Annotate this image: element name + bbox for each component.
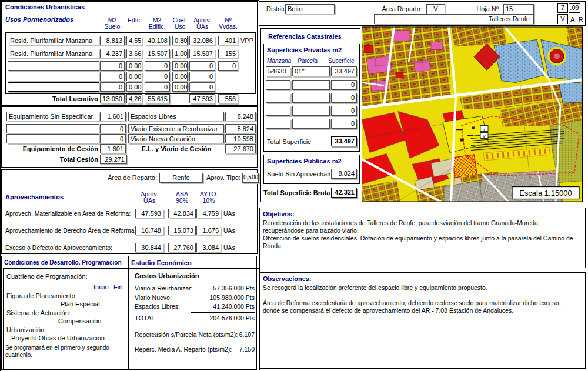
aprov-uas-field[interactable]: 0 (189, 82, 215, 92)
m2-suelo-field[interactable]: 0 (100, 61, 125, 71)
coef-uso-field[interactable]: 0,00 (172, 61, 188, 71)
manzana-field[interactable] (266, 80, 290, 90)
uso-label-field[interactable] (8, 61, 99, 71)
total-superficie-field[interactable]: 33.497 (331, 136, 357, 146)
equipamiento-label-field[interactable] (6, 124, 99, 133)
total-value: 204.576.000 Pts (172, 315, 255, 322)
viario-nuevo-value-field[interactable]: 10.598 (225, 134, 256, 143)
m2-suelo-field[interactable]: 0 (100, 72, 125, 81)
parcela-field[interactable] (292, 93, 330, 103)
equipamiento-cesion-field[interactable]: 1.601 (100, 144, 126, 153)
superficie-field[interactable]: 0 (331, 106, 357, 116)
total-superficie-bruta-field[interactable]: 42.321 (331, 188, 357, 198)
col-header-edfc: Edfc. (123, 17, 146, 24)
parcela-field[interactable] (292, 119, 330, 129)
aprov-uas-field[interactable]: 0 (189, 72, 215, 81)
suelo-sin-aprovecham-field[interactable]: 8.824 (331, 169, 357, 179)
manzana-field[interactable]: 54630 (266, 66, 290, 76)
m2-suelo-field[interactable]: 8.813 (100, 36, 125, 45)
coef-uso-field[interactable]: 0,00 (172, 72, 188, 81)
m2-suelo-field[interactable]: 4.237 (100, 49, 125, 58)
uso-label-field[interactable] (8, 72, 99, 81)
exceso-ayto-field[interactable]: 3.084 (196, 243, 221, 252)
total-label: TOTAL (135, 315, 155, 322)
total-superficie-bruta-label: Total Superficie Bruta (263, 189, 330, 197)
espacios-libres-label-field[interactable]: Espacios Libres (128, 112, 224, 121)
area-reparto-field[interactable]: V (426, 4, 445, 14)
coef-uso-field[interactable]: 0,00 (172, 82, 188, 92)
aprov-uas-field[interactable]: 32.086 (189, 36, 215, 45)
equipamiento-value-field[interactable]: 0 (100, 134, 126, 143)
total-m2-suelo-field[interactable]: 13.050 (100, 94, 125, 103)
m2-edific-field[interactable]: 0 (145, 82, 170, 92)
desarrollo-title: Condiciones de Desarrollo. Programación (4, 259, 122, 266)
m2-edific-field[interactable]: 15.507 (145, 49, 170, 58)
m2-edific-field[interactable]: 0 (145, 61, 170, 71)
total-edfc-field[interactable]: 4,26 (126, 94, 142, 103)
exceso-asa-field[interactable]: 27.760 (168, 243, 196, 252)
num-vvdas-field[interactable]: 155 (218, 49, 238, 58)
total-aprov-field[interactable]: 47.593 (189, 94, 215, 103)
repercusion-parcela-value: 6.107 (196, 331, 255, 339)
uso-label-field[interactable]: Resid. Plurifamiliar Manzana (8, 49, 99, 58)
aprov-materializable-asa-field[interactable]: 42.834 (168, 209, 196, 218)
manzana-field[interactable] (266, 106, 290, 116)
viario-nuevo-label-field[interactable]: Viario Nueva Creación (128, 134, 224, 143)
exceso-uas-field[interactable]: 30.844 (135, 243, 163, 252)
m2-suelo-field[interactable]: 0 (100, 82, 125, 92)
aprov-materializable-ayto-field[interactable]: 4.759 (196, 209, 221, 218)
aprov-derecho-asa-field[interactable]: 15.073 (168, 226, 196, 235)
equipamiento-label-field[interactable]: Equipamiento Sin Especificar (6, 112, 99, 121)
viario-existente-value-field[interactable]: 8.824 (225, 124, 256, 133)
aprov-tipo-label: Aprov. Tipo: (178, 174, 240, 182)
edfc-field[interactable]: 3,66 (126, 49, 142, 58)
parcela-field[interactable] (292, 80, 330, 90)
el-viario-cesion-field[interactable]: 27.670 (225, 144, 256, 153)
fin-label: Fin (113, 283, 122, 291)
total-m2-edific-field[interactable]: 55.615 (145, 94, 170, 103)
num-vvdas-field[interactable]: 0 (218, 61, 238, 71)
costos-urbanizacion-title: Costos Urbanización (135, 272, 199, 280)
aprov-tipo-field[interactable]: 0,500 (242, 173, 259, 183)
m2-edific-field[interactable]: 0 (145, 72, 170, 81)
repercusion-media-value: 7.150 (196, 346, 255, 353)
aprov-derecho-ayto-field[interactable]: 1.675 (196, 226, 221, 235)
total-superficie-label: Total Superficie (267, 138, 311, 146)
superficie-col-label: Superficie (328, 57, 354, 65)
num-vvdas-field[interactable]: 401 (218, 36, 238, 45)
parcela-field[interactable] (292, 106, 330, 116)
aprov-uas-field[interactable]: 15.507 (189, 49, 215, 58)
edfc-field[interactable]: 0,00 (126, 82, 142, 92)
edfc-field[interactable]: 0,00 (126, 72, 142, 81)
superficie-field[interactable]: 0 (331, 119, 357, 129)
programacion-nota: Se programará en el primero y segundo cu… (5, 345, 124, 359)
viario-existente-label-field[interactable]: Viario Existente a Reurbanizar (128, 124, 224, 133)
manzana-field[interactable] (266, 119, 290, 129)
superficie-field[interactable]: 0 (331, 80, 357, 90)
aprov-derecho-uas-field[interactable]: 16.748 (135, 226, 163, 235)
equipamiento-label-field[interactable] (6, 134, 99, 143)
parcela-field[interactable]: 01* (292, 66, 330, 76)
total-cesion-label: Total Cesión (6, 156, 98, 163)
edfc-field[interactable]: 4,55 (126, 36, 142, 45)
superficie-field[interactable]: 0 (331, 93, 357, 103)
area-nombre-field[interactable]: Talleres Renfe (374, 14, 534, 24)
equipamiento-value-field[interactable]: 0 (100, 124, 126, 133)
coef-uso-field[interactable]: 1,00 (172, 49, 188, 58)
uso-label-field[interactable]: Resid. Plurifamiliar Manzana (8, 36, 99, 45)
hoja-field[interactable]: 15 (503, 4, 534, 14)
total-vvdas-field[interactable]: 556 (218, 94, 238, 103)
aprov-materializable-uas-field[interactable]: 47.593 (135, 209, 163, 218)
m2-edific-field[interactable]: 40.108 (145, 36, 170, 45)
equipamiento-value-field[interactable]: 1.601 (100, 112, 126, 121)
superficie-field[interactable]: 33.497 (331, 66, 357, 76)
manzana-field[interactable] (266, 93, 290, 103)
aprov-uas-field[interactable]: 0 (189, 61, 215, 71)
distrito-field[interactable]: Beiro (285, 4, 335, 14)
edfc-field[interactable]: 0,00 (126, 61, 142, 71)
section-desarrollo: Condiciones de Desarrollo. Programación … (1, 256, 257, 370)
espacios-libres-value-field[interactable]: 8.248 (225, 112, 256, 121)
total-cesion-field[interactable]: 29.271 (100, 155, 127, 164)
coef-uso-field[interactable]: 0,80 (172, 36, 188, 45)
uso-label-field[interactable] (8, 82, 99, 92)
